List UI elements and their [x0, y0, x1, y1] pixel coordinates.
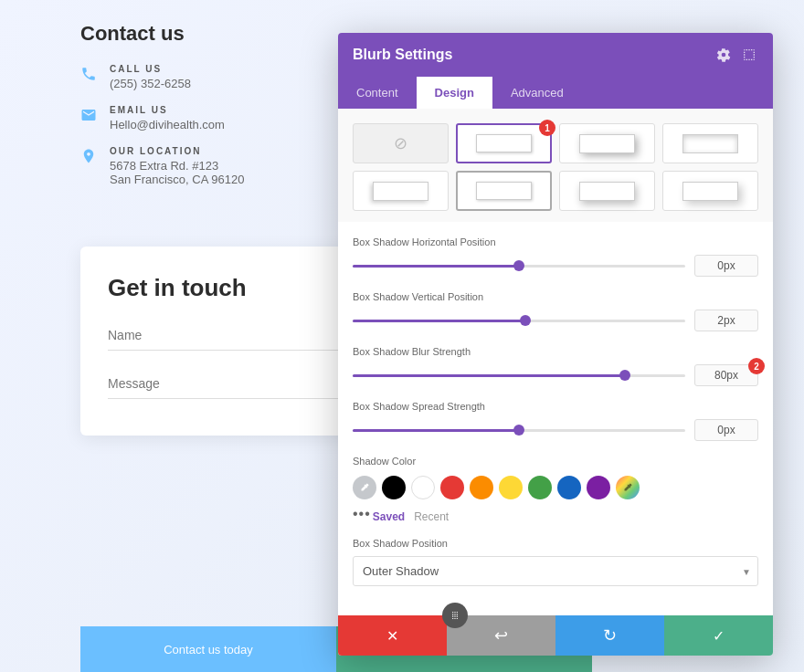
shadow-option-5[interactable]: [456, 171, 552, 211]
more-colors-dots[interactable]: •••: [353, 506, 371, 522]
shadow-option-2[interactable]: [559, 123, 655, 163]
shadow-option-3[interactable]: [662, 123, 758, 163]
black-swatch[interactable]: [382, 476, 406, 499]
shadow-style-grid: ⊘ 1: [338, 109, 773, 222]
modal-header-icons: [714, 46, 758, 64]
vertical-position-track[interactable]: [353, 320, 685, 322]
vertical-position-setting: Box Shadow Vertical Position 2px: [353, 291, 758, 331]
location-value-2: San Francisco, CA 96120: [110, 173, 244, 186]
tab-advanced[interactable]: Advanced: [492, 77, 582, 109]
modal-title: Blurb Settings: [353, 47, 452, 63]
shadow-position-select[interactable]: Outer Shadow Inner Shadow: [353, 556, 758, 586]
settings-icon[interactable]: [714, 46, 733, 64]
gradient-swatch[interactable]: [616, 476, 640, 499]
confirm-icon: ✓: [713, 627, 725, 645]
spread-strength-fill: [353, 429, 519, 432]
modal-header: Blurb Settings: [338, 33, 773, 77]
redo-button[interactable]: ↻: [555, 615, 664, 656]
spread-strength-thumb[interactable]: [513, 425, 524, 436]
spread-strength-track[interactable]: [353, 429, 685, 432]
saved-recent-row: Saved Recent: [371, 510, 449, 523]
no-shadow-icon: ⊘: [394, 133, 407, 153]
modal-footer: ✕ ↩ ↻ ✓: [338, 615, 773, 656]
undo-icon: ↩: [494, 625, 508, 646]
location-icon: [80, 148, 99, 166]
shadow-inner-5: [476, 182, 532, 200]
green-swatch[interactable]: [528, 476, 552, 499]
layout-icon[interactable]: [740, 46, 758, 64]
horizontal-position-track[interactable]: [353, 265, 685, 268]
purple-swatch[interactable]: [587, 476, 610, 499]
spread-strength-setting: Box Shadow Spread Strength 0px: [353, 401, 758, 441]
color-swatches: [353, 476, 758, 499]
shadow-inner-6: [579, 182, 636, 201]
location-value-1: 5678 Extra Rd. #123: [110, 159, 244, 173]
email-us-label: EMAIL US: [110, 105, 225, 115]
vertical-position-thumb[interactable]: [520, 315, 531, 326]
shadow-position-select-wrapper: Outer Shadow Inner Shadow ▼: [353, 556, 758, 586]
eyedropper-swatch[interactable]: [353, 476, 376, 499]
cancel-button[interactable]: ✕: [338, 615, 447, 656]
shadow-option-none[interactable]: ⊘: [353, 123, 449, 163]
blur-strength-value[interactable]: 80px 2: [694, 364, 758, 386]
vertical-position-label: Box Shadow Vertical Position: [353, 291, 758, 302]
phone-icon: [80, 66, 99, 84]
orange-swatch[interactable]: [470, 476, 493, 499]
yellow-swatch[interactable]: [499, 476, 523, 499]
badge-2: 2: [748, 358, 765, 374]
contact-us-label: Contact us today: [164, 643, 253, 656]
horizontal-position-label: Box Shadow Horizontal Position: [353, 236, 758, 247]
shadow-color-label: Shadow Color: [353, 456, 758, 467]
shadow-inner-7: [682, 182, 739, 201]
shadow-color-setting: Shadow Color •••: [353, 456, 758, 523]
shadow-inner-2: [579, 134, 636, 153]
red-swatch[interactable]: [440, 476, 464, 499]
shadow-option-1[interactable]: 1: [456, 123, 552, 163]
horizontal-position-value[interactable]: 0px: [694, 255, 758, 277]
blur-strength-label: Box Shadow Blur Strength: [353, 346, 758, 357]
shadow-position-setting: Box Shadow Position Outer Shadow Inner S…: [353, 538, 758, 586]
tab-design[interactable]: Design: [417, 77, 492, 109]
shadow-option-6[interactable]: [559, 171, 655, 211]
email-icon: [80, 107, 99, 125]
call-us-value: (255) 352-6258: [110, 77, 191, 90]
shadow-position-label: Box Shadow Position: [353, 538, 758, 549]
horizontal-position-fill: [353, 265, 519, 268]
spread-strength-value[interactable]: 0px: [694, 419, 758, 441]
blue-swatch[interactable]: [557, 476, 581, 499]
blur-strength-text: 80px: [714, 369, 738, 382]
contact-us-today-button[interactable]: Contact us today: [80, 626, 336, 672]
cancel-icon: ✕: [386, 627, 398, 645]
our-location-label: OUR LOCATION: [110, 146, 244, 156]
confirm-button[interactable]: ✓: [664, 615, 773, 656]
email-us-value: Hello@divihealth.com: [110, 118, 225, 131]
vertical-position-value[interactable]: 2px: [694, 310, 758, 331]
blurb-settings-modal: Blurb Settings Content Design Advanced ⊘…: [338, 33, 773, 656]
blur-strength-fill: [353, 374, 625, 377]
tab-content[interactable]: Content: [338, 77, 417, 109]
shadow-inner-3: [682, 134, 739, 153]
shadow-inner-1: [476, 134, 532, 152]
horizontal-position-thumb[interactable]: [513, 260, 524, 271]
horizontal-position-setting: Box Shadow Horizontal Position 0px: [353, 236, 758, 277]
vertical-position-fill: [353, 320, 525, 322]
blur-strength-setting: Box Shadow Blur Strength 80px 2: [353, 346, 758, 386]
shadow-option-7[interactable]: [662, 171, 758, 211]
recent-link[interactable]: Recent: [414, 510, 449, 523]
badge-1: 1: [539, 120, 555, 136]
white-swatch[interactable]: [411, 476, 435, 499]
modal-tabs: Content Design Advanced: [338, 77, 773, 109]
call-us-label: CALL US: [110, 64, 191, 74]
drag-handle[interactable]: [442, 603, 468, 628]
spread-strength-label: Box Shadow Spread Strength: [353, 401, 758, 412]
saved-link[interactable]: Saved: [373, 510, 405, 523]
shadow-inner-4: [373, 182, 429, 201]
redo-icon: ↻: [603, 625, 617, 646]
shadow-option-4[interactable]: [353, 171, 449, 211]
blur-strength-thumb[interactable]: [619, 370, 630, 381]
modal-body: Box Shadow Horizontal Position 0px Box S…: [338, 222, 773, 615]
blur-strength-track[interactable]: [353, 374, 685, 377]
